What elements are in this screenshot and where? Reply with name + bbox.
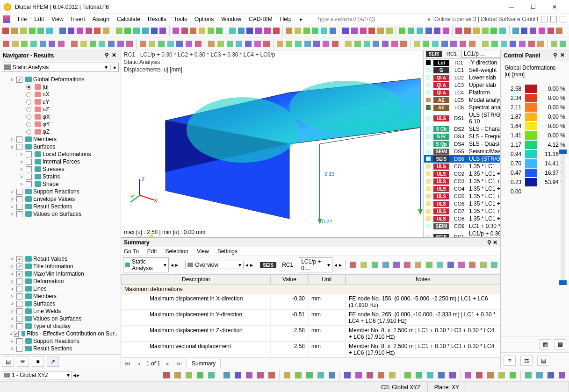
maximize-button[interactable]: ☐ [522, 0, 544, 14]
menu-system-icon[interactable] [3, 15, 10, 23]
toolbar-button[interactable] [331, 39, 339, 49]
checkbox[interactable] [16, 308, 22, 314]
dropdown-item[interactable]: S FrDS3SLS - Frequent [424, 133, 500, 140]
close-icon[interactable]: ✕ [559, 52, 566, 59]
toolbar-button[interactable] [229, 26, 237, 36]
close-icon[interactable]: ✕ [493, 239, 497, 246]
checkbox[interactable] [26, 181, 32, 187]
bottom-tool-button[interactable] [173, 370, 183, 380]
coord-system-combo[interactable]: 1 - Global XYZ▾ [2, 371, 72, 379]
tree-item[interactable]: >Type of display [0, 322, 121, 330]
toolbar-button[interactable] [11, 39, 20, 49]
bottom-tool-button[interactable] [485, 370, 496, 380]
toolbar-button[interactable] [536, 39, 545, 49]
tree-item[interactable]: |u| [0, 83, 121, 91]
next-icon[interactable]: ▸ [110, 64, 116, 71]
loadcase-dropdown[interactable]: SEIS RC1 LC1/p ...▾ ◂ ▸ LoIIC1-Y-directi… [424, 50, 500, 237]
toolbar-button[interactable] [499, 26, 507, 36]
tree-item[interactable]: vGlobal Deformations [0, 76, 121, 83]
bottom-tool-button[interactable] [447, 370, 458, 380]
toolbar-button[interactable] [468, 39, 476, 49]
menu-tools[interactable]: Tools [170, 15, 191, 23]
tree-item[interactable]: >Result Sections [0, 203, 121, 210]
summary-menu-go to[interactable]: Go To [124, 248, 139, 255]
dropdown-item[interactable]: S QpDS4SLS - Quasi-permanent [424, 140, 500, 148]
checkbox[interactable] [16, 346, 22, 352]
toolbar-button[interactable] [2, 26, 10, 36]
toolbar-button[interactable] [490, 26, 498, 36]
bottom-tool-button[interactable] [206, 370, 216, 380]
toolbar-button[interactable] [98, 39, 107, 49]
prev-icon[interactable]: ◂ [334, 262, 337, 268]
toolbar-button[interactable] [189, 26, 197, 36]
tree-item[interactable]: >Strains [0, 173, 121, 180]
dropdown-item[interactable]: SEISRC1LC1/p + 0.30 * LC2 + 0.30 * LC3 +… [424, 230, 500, 237]
display-tree[interactable]: >Result Values>Title Information>Max/Min… [0, 253, 121, 354]
next-icon[interactable]: ▸ [77, 372, 79, 378]
checkbox[interactable] [16, 301, 22, 307]
radio-icon[interactable] [26, 85, 31, 90]
toolbar-button[interactable] [368, 26, 376, 36]
dd-head-combo[interactable]: LC1/p ...▾ [461, 50, 500, 58]
toolbar-button[interactable] [303, 26, 310, 36]
dropdown-item[interactable]: SEISDS6ULS (STR/GEO) - Seismic [424, 155, 500, 163]
summary-tool-button[interactable] [381, 260, 390, 270]
toolbar-button[interactable] [431, 39, 439, 49]
keyword-search[interactable]: Type a keyword (Alt+Q) [317, 16, 375, 22]
toolbar-button[interactable] [413, 39, 421, 49]
tree-item[interactable]: >Deformation [0, 278, 121, 285]
checkbox[interactable] [16, 278, 22, 285]
tree-item[interactable]: >Max/Min Information [0, 270, 121, 278]
cp-tab-scale[interactable]: ⚖ [520, 356, 533, 366]
toolbar-button[interactable] [538, 26, 546, 36]
dropdown-item[interactable]: ULSCO71.35 * LC1 + 1.50 * LC3 + 1.50 * L… [424, 207, 500, 215]
toolbar-button[interactable] [2, 39, 10, 49]
toolbar-button[interactable] [398, 26, 406, 36]
toolbar-button[interactable] [322, 39, 330, 49]
navigator-type-combo[interactable]: Static Analysis ▾ ▸ [2, 63, 119, 72]
summary-tool-button[interactable] [392, 260, 401, 270]
radio-icon[interactable] [26, 129, 31, 135]
pin-icon[interactable]: ⚲ [551, 52, 559, 59]
checkbox[interactable] [16, 316, 22, 322]
dropdown-item[interactable]: SE/MCO9LC1 + 0.30 * LC2 + 0.30 * LC3 + 0… [424, 222, 500, 230]
bottom-tool-button[interactable] [304, 370, 315, 380]
cp-tab-colors[interactable]: ≡ [504, 356, 516, 366]
toolbar-button[interactable] [329, 26, 337, 36]
toolbar-button[interactable] [344, 39, 353, 49]
toolbar-button[interactable] [216, 26, 223, 36]
toolbar-button[interactable] [285, 26, 293, 36]
summary-menu-selection[interactable]: Selection [166, 248, 188, 255]
bottom-tool-button[interactable] [365, 370, 375, 380]
menu-results[interactable]: Results [144, 15, 170, 23]
checkbox[interactable] [16, 211, 22, 217]
tree-item[interactable]: >Support Reactions [0, 337, 121, 345]
toolbar-button[interactable] [94, 26, 101, 36]
tree-item[interactable]: >Members [0, 135, 121, 143]
toolbar-button[interactable] [157, 39, 166, 49]
summary-table[interactable]: DescriptionValueUnitNotesMaximum deforma… [121, 274, 500, 357]
toolbar-button[interactable] [276, 39, 284, 49]
tree-item[interactable]: uX [0, 91, 121, 98]
menu-edit[interactable]: Edit [30, 15, 48, 23]
tree-item[interactable]: vSurfaces [0, 143, 121, 150]
radio-icon[interactable] [26, 92, 31, 97]
nav-tab-results[interactable]: ↗ [47, 356, 59, 367]
toolbar-button[interactable] [226, 39, 234, 49]
bottom-tool-button[interactable] [474, 370, 484, 380]
bottom-tool-button[interactable] [244, 370, 254, 380]
menu-expand-icon[interactable]: ▸ [296, 15, 306, 23]
dropdown-item[interactable]: ULSDS1ULS (STR/GEO) - Permanent and tran… [424, 111, 500, 125]
toolbar-button[interactable] [363, 39, 371, 49]
toolbar-button[interactable] [311, 26, 319, 36]
bottom-tool-button[interactable] [353, 370, 364, 380]
toolbar-button[interactable] [550, 39, 558, 49]
summary-tool-button[interactable] [446, 260, 455, 270]
toolbar-button[interactable] [294, 39, 303, 49]
toolbar-button[interactable] [490, 39, 499, 49]
column-header[interactable]: Value [271, 274, 308, 285]
radio-icon[interactable] [26, 114, 31, 120]
toolbar-button[interactable] [294, 26, 302, 36]
checkbox[interactable] [16, 189, 22, 195]
checkbox[interactable] [16, 271, 22, 277]
